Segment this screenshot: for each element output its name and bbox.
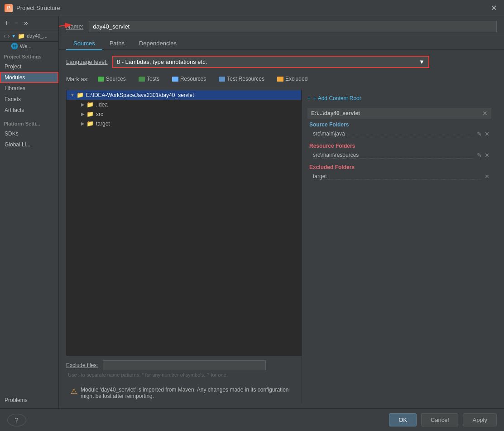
warning-icon: ⚠ [71,387,77,396]
content-area: + − » ‹ › ▼ 📁 day40_... 🌐 We... [0,16,504,408]
sidebar-item-facets[interactable]: Facets [0,94,58,105]
source-folders-section: Source Folders src\main\java ✎ ✕ [307,121,491,138]
module-tree-panel: ▼ 📁 E:\IDEA-WorkSpaceJava2301\day40_serv… [66,90,302,403]
language-level-label: Language level: [66,58,108,65]
web-tree-item[interactable]: 🌐 We... [0,42,58,50]
mark-as-label: Mark as: [66,76,89,82]
language-level-row: Language level: 8 - Lambdas, type annota… [66,56,497,68]
sidebar-spacer [0,150,58,392]
bottom-bar: ? OK Cancel Apply [0,408,504,431]
nav-forward-button[interactable]: › [8,32,10,39]
tree-target-item[interactable]: ▶ 📁 target [67,119,301,128]
web-icon: 🌐 [11,43,18,49]
sidebar-item-global-libraries[interactable]: Global Li... [0,139,58,150]
nav-back-button[interactable]: ‹ [4,32,6,39]
sidebar-item-sdks[interactable]: SDKs [0,128,58,139]
target-expand-icon: ▶ [81,121,85,126]
mark-sources-button[interactable]: Sources [94,74,130,83]
mark-excluded-button[interactable]: Excluded [274,74,311,83]
tab-paths[interactable]: Paths [102,36,132,50]
excluded-folders-title: Excluded Folders [307,164,491,170]
sidebar-bottom: Problems [0,392,58,408]
content-root-header: E:\...\day40_servlet ✕ [307,108,491,119]
source-folder-remove-button[interactable]: ✕ [485,131,490,137]
root-expand-icon: ▼ [70,92,75,97]
ok-button[interactable]: OK [389,413,417,426]
src-folder-icon: 📁 [86,111,94,117]
mark-resources-button[interactable]: Resources [168,74,210,83]
cancel-button[interactable]: Cancel [421,413,458,426]
source-folder-entry-0: src\main\java ✎ ✕ [307,130,491,138]
excluded-folders-section: Excluded Folders target ✕ [307,164,491,181]
app-icon: P [5,4,13,12]
sidebar-item-libraries[interactable]: Libraries [0,83,58,94]
source-folder-actions: ✎ ✕ [477,131,490,137]
main-area: Name: Sources Paths Dependencies [59,16,504,408]
exclude-hint: Use ; to separate name patterns, * for a… [66,372,293,378]
excluded-folder-entry-0: target ✕ [307,172,491,181]
exclude-files-input[interactable] [103,360,266,370]
resource-folder-edit-button[interactable]: ✎ [477,152,482,159]
title-bar: P Project Structure ✕ [0,0,504,16]
dropdown-arrow-icon: ▼ [419,58,425,65]
warning-row: ⚠ Module 'day40_servlet' is imported fro… [66,383,302,403]
right-panel: + + Add Content Root E:\...\day40_servle… [302,90,497,403]
platform-settings-label: Platform Setti... [0,116,58,128]
sidebar-item-artifacts[interactable]: Artifacts [0,105,58,116]
project-settings-label: Project Settings [0,50,58,61]
root-folder-icon: 📁 [77,92,84,98]
tests-color-icon [139,77,145,82]
name-input[interactable] [89,21,497,32]
project-structure-dialog: P Project Structure ✕ + − » ‹ › ▼ 📁 day4… [0,0,504,431]
resource-folder-entry-0: src\main\resources ✎ ✕ [307,151,491,160]
mark-as-row: Mark as: Sources Tests Resources [66,74,497,83]
sidebar-toolbar: + − » [0,16,58,30]
warning-text: Module 'day40_servlet' is imported from … [81,387,297,399]
idea-folder-icon: 📁 [86,101,94,108]
tree-src-item[interactable]: ▶ 📁 src [67,109,301,119]
folder-icon-module: 📁 [18,33,25,39]
sources-color-icon [98,77,104,82]
excluded-folder-remove-button[interactable]: ✕ [485,173,490,180]
tree-idea-item[interactable]: ▶ 📁 .idea [67,100,301,109]
tree-root-item[interactable]: ▼ 📁 E:\IDEA-WorkSpaceJava2301\day40_serv… [67,90,301,100]
add-content-root-button[interactable]: + + Add Content Root [307,93,491,103]
mark-tests-button[interactable]: Tests [135,74,163,83]
web-label: We... [20,44,31,49]
resource-folders-title: Resource Folders [307,143,491,149]
dialog-title: Project Structure [16,5,488,11]
tab-sources[interactable]: Sources [66,36,102,50]
excluded-color-icon [277,77,283,82]
language-level-select[interactable]: 8 - Lambdas, type annotations etc. ▼ [112,56,429,68]
nav-arrows: ‹ › ▼ 📁 day40_... [0,30,58,42]
resources-color-icon [172,77,178,82]
tab-dependencies[interactable]: Dependencies [132,36,184,50]
resource-folders-section: Resource Folders src\main\resources ✎ ✕ [307,143,491,160]
add-module-button[interactable]: + [3,18,10,28]
src-expand-icon: ▶ [81,111,85,116]
source-folder-edit-button[interactable]: ✎ [477,131,482,137]
sidebar: + − » ‹ › ▼ 📁 day40_... 🌐 We... [0,16,59,408]
tree-expand-icon: ▼ [11,34,16,39]
target-folder-icon: 📁 [86,120,94,127]
tabs-row: Sources Paths Dependencies [59,36,504,50]
source-folders-title: Source Folders [307,121,491,128]
plus-icon: + [307,95,311,102]
close-button[interactable]: ✕ [488,3,499,13]
help-button[interactable]: ? [7,414,26,426]
resource-folder-remove-button[interactable]: ✕ [485,152,490,159]
split-area: ▼ 📁 E:\IDEA-WorkSpaceJava2301\day40_serv… [66,90,497,403]
exclude-files-label: Exclude files: [66,362,98,368]
sidebar-item-project[interactable]: Project [0,61,58,72]
name-label: Name: [66,23,83,30]
remove-module-button[interactable]: − [12,18,20,28]
content-root-close-button[interactable]: ✕ [482,110,488,117]
resource-folder-actions: ✎ ✕ [477,152,490,159]
content-root-path: E:\...\day40_servlet [311,110,360,116]
mark-test-resources-button[interactable]: Test Resources [215,74,268,83]
excluded-folder-actions: ✕ [485,173,490,180]
more-options-button[interactable]: » [22,18,30,28]
apply-button[interactable]: Apply [463,413,497,426]
sidebar-item-modules[interactable]: Modules [0,72,58,83]
sidebar-item-problems[interactable]: Problems [0,395,58,406]
